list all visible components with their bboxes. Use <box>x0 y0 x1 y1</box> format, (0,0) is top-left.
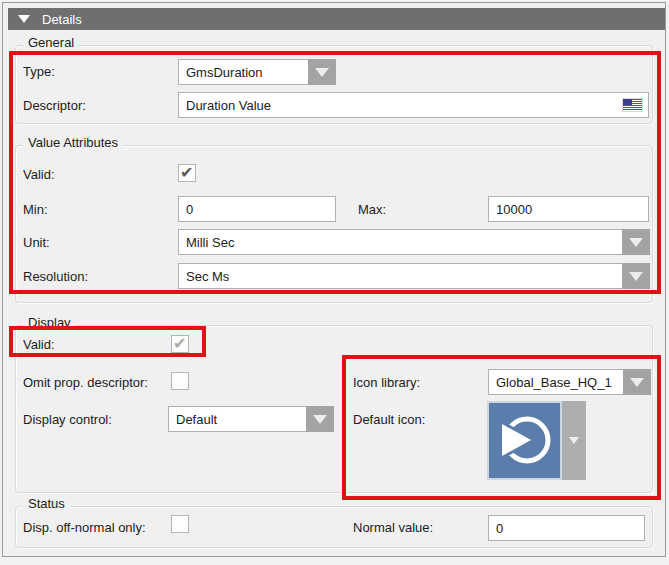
group-status-legend: Status <box>23 497 70 511</box>
chevron-down-icon <box>629 272 643 281</box>
icon-library-dropdown-button[interactable] <box>623 369 651 395</box>
us-flag-icon <box>623 99 642 111</box>
descriptor-field-wrap <box>178 92 649 118</box>
icon-library-label: Icon library: <box>353 375 420 390</box>
min-input[interactable] <box>179 202 335 217</box>
resolution-label: Resolution: <box>23 269 88 284</box>
chevron-down-icon <box>629 238 643 247</box>
group-general-legend: General <box>23 36 79 50</box>
unit-combobox-value: Milli Sec <box>178 229 622 255</box>
collapse-chevron-icon[interactable] <box>18 15 30 23</box>
default-icon-dropdown-button[interactable] <box>562 401 586 480</box>
disp-off-normal-checkbox[interactable] <box>171 515 189 533</box>
display-control-combobox-value: Default <box>168 406 306 432</box>
chevron-down-icon <box>630 378 644 387</box>
details-header[interactable]: Details <box>8 8 665 30</box>
chevron-down-icon <box>313 415 327 424</box>
disp-off-normal-label: Disp. off-normal only: <box>23 520 146 535</box>
default-icon-picker[interactable] <box>487 401 586 480</box>
panel-title: Details <box>42 12 82 27</box>
max-field-wrap <box>488 196 649 222</box>
omit-prop-descriptor-checkbox[interactable] <box>171 372 189 390</box>
display-control-label: Display control: <box>23 412 112 427</box>
details-panel: Details General Value Attributes Display… <box>0 0 669 565</box>
va-valid-label: Valid: <box>23 167 55 182</box>
display-control-combobox[interactable]: Default <box>168 406 334 432</box>
normal-value-input[interactable] <box>489 521 644 536</box>
unit-combobox[interactable]: Milli Sec <box>178 229 650 255</box>
min-label: Min: <box>23 202 48 217</box>
display-control-dropdown-button[interactable] <box>306 406 334 432</box>
type-label: Type: <box>23 64 55 79</box>
chevron-down-icon <box>315 68 329 77</box>
resolution-combobox[interactable]: Sec Ms <box>178 263 650 289</box>
max-label: Max: <box>358 202 386 217</box>
icon-library-combobox[interactable]: Global_Base_HQ_1 <box>488 369 651 395</box>
type-combobox[interactable]: GmsDuration <box>178 59 336 85</box>
default-icon-label: Default icon: <box>353 412 425 427</box>
min-field-wrap <box>178 196 336 222</box>
unit-label: Unit: <box>23 235 50 250</box>
max-input[interactable] <box>489 202 648 217</box>
resolution-dropdown-button[interactable] <box>622 263 650 289</box>
display-valid-label: Valid: <box>23 337 55 352</box>
type-dropdown-button[interactable] <box>308 59 336 85</box>
icon-library-combobox-value: Global_Base_HQ_1 <box>488 369 623 395</box>
play-into-circle-icon[interactable] <box>487 401 562 480</box>
resolution-combobox-value: Sec Ms <box>178 263 622 289</box>
normal-value-label: Normal value: <box>353 520 433 535</box>
va-valid-checkbox[interactable] <box>178 164 196 182</box>
descriptor-label: Descriptor: <box>23 98 86 113</box>
type-combobox-value: GmsDuration <box>178 59 308 85</box>
omit-prop-descriptor-label: Omit prop. descriptor: <box>23 375 148 390</box>
panel-frame: Details General Value Attributes Display… <box>2 2 666 557</box>
display-valid-checkbox[interactable] <box>171 335 189 353</box>
group-value-attributes-legend: Value Attributes <box>23 136 123 150</box>
descriptor-input[interactable] <box>179 98 623 113</box>
normal-value-field-wrap <box>488 515 645 541</box>
unit-dropdown-button[interactable] <box>622 229 650 255</box>
group-display-legend: Display <box>23 316 76 330</box>
chevron-down-icon <box>569 437 579 444</box>
